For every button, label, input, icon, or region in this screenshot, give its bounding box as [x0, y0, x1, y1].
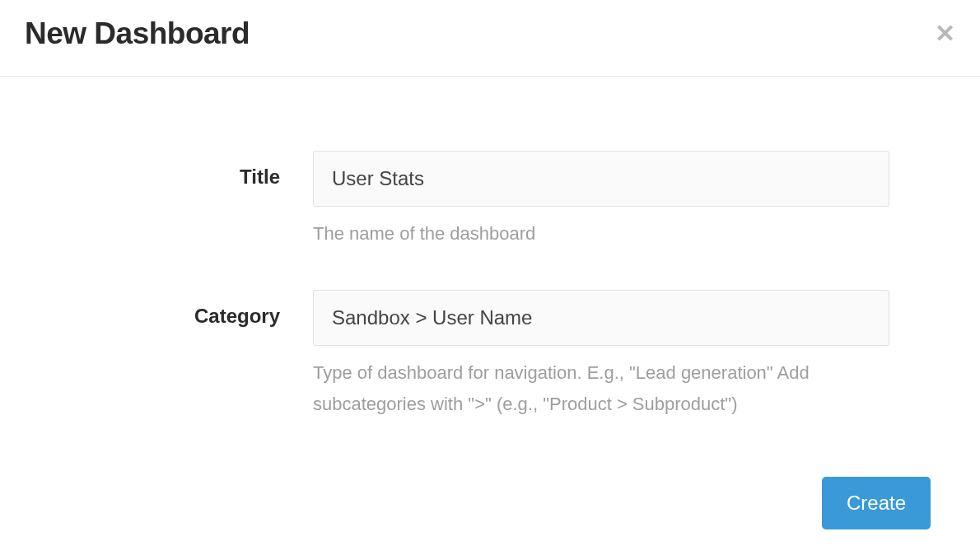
modal-footer: Create: [0, 477, 980, 529]
title-input[interactable]: [313, 151, 889, 207]
category-help-text: Type of dashboard for navigation. E.g., …: [313, 357, 889, 419]
title-label: Title: [49, 151, 313, 189]
create-button[interactable]: Create: [822, 477, 931, 529]
form-row-title: Title The name of the dashboard: [49, 151, 931, 249]
category-input[interactable]: [313, 290, 889, 346]
title-help-text: The name of the dashboard: [313, 218, 889, 249]
modal-body: Title The name of the dashboard Category…: [0, 77, 980, 477]
close-icon[interactable]: ✕: [935, 16, 955, 46]
form-row-category: Category Type of dashboard for navigatio…: [49, 290, 931, 419]
modal-header: New Dashboard ✕: [0, 0, 980, 77]
title-control-wrap: The name of the dashboard: [313, 151, 889, 249]
modal-title: New Dashboard: [25, 16, 250, 51]
category-label: Category: [49, 290, 313, 328]
category-control-wrap: Type of dashboard for navigation. E.g., …: [313, 290, 889, 419]
